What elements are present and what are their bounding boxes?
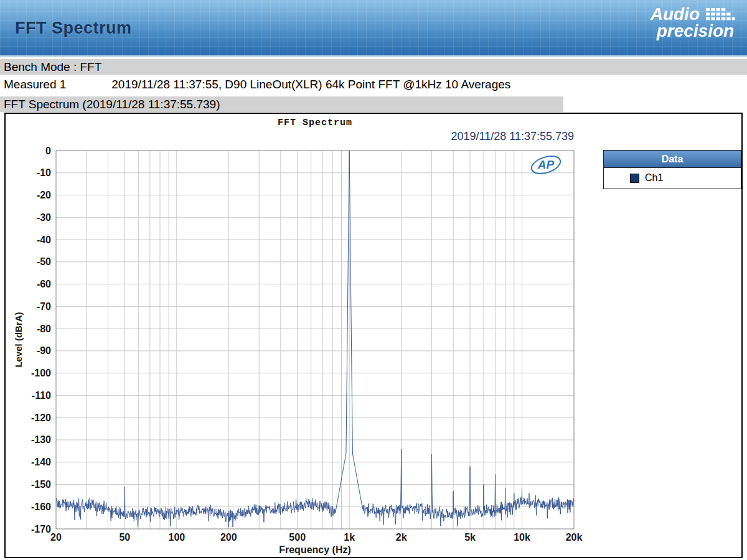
svg-text:-140: -140 [31,457,51,467]
svg-text:-30: -30 [37,212,51,223]
svg-text:10k: 10k [514,532,530,543]
legend: Data Ch1 [603,150,741,189]
measured-line: Measured 1 2019/11/28 11:37:55, D90 Line… [0,76,747,93]
legend-row-ch1[interactable]: Ch1 [604,168,741,188]
measured-value: 2019/11/28 11:37:55, D90 LineOut(XLR) 64… [111,78,510,91]
svg-text:-110: -110 [32,390,51,401]
svg-text:-70: -70 [37,301,51,312]
svg-text:-130: -130 [31,434,51,445]
svg-text:-160: -160 [31,502,51,512]
svg-text:100: 100 [168,532,185,543]
chart-panel: 0-10-20-30-40-50-60-70-80-90-100-110-120… [4,113,743,558]
svg-text:-50: -50 [37,256,51,267]
svg-text:-20: -20 [37,190,51,200]
logo-bars-icon [703,7,737,22]
plot-timestamp: 2019/11/28 11:37:55.739 [56,130,574,143]
svg-text:2k: 2k [396,532,407,543]
x-tick-labels: 20501002005001k2k5k10k20k [50,532,582,543]
bench-mode-text: Bench Mode : FFT [4,60,101,73]
svg-text:-170: -170 [31,524,51,534]
svg-text:0: 0 [45,146,51,156]
logo-audio-text: Audio [651,6,700,22]
svg-text:-80: -80 [37,324,51,334]
legend-header: Data [604,151,741,168]
report-header: FFT Spectrum Audio precision [0,0,747,57]
svg-text:20k: 20k [566,532,583,543]
svg-text:200: 200 [220,532,237,543]
svg-text:-40: -40 [37,235,51,245]
report-title: FFT Spectrum [15,19,132,38]
section-title-bar: FFT Spectrum (2019/11/28 11:37:55.739) [0,96,563,112]
report-page: FFT Spectrum Audio precision Bench Mode … [0,0,747,560]
svg-text:5k: 5k [464,532,476,543]
svg-text:-120: -120 [31,413,51,423]
measured-label: Measured 1 [4,76,108,93]
svg-text:-90: -90 [37,345,51,356]
section-title-text: FFT Spectrum (2019/11/28 11:37:55.739) [4,98,220,111]
plot-title: FFT Spectrum [56,118,574,128]
svg-text:500: 500 [289,532,306,543]
x-axis-label: Frequency (Hz) [56,544,574,556]
svg-text:-100: -100 [31,368,51,378]
legend-swatch [630,174,639,183]
legend-label: Ch1 [645,172,663,184]
logo-top-row: Audio [651,6,737,22]
audio-precision-logo: Audio precision [651,6,737,39]
y-tick-labels: 0-10-20-30-40-50-60-70-80-90-100-110-120… [31,146,51,534]
svg-text:20: 20 [50,532,62,543]
svg-text:-150: -150 [31,479,51,490]
y-axis-label: Level (dBrA) [13,312,24,367]
svg-text:AP: AP [537,158,555,171]
plot-background [56,151,574,529]
logo-precision-text: precision [657,23,737,39]
bench-mode-bar: Bench Mode : FFT [0,59,747,75]
svg-text:50: 50 [119,532,130,543]
svg-text:-60: -60 [37,279,51,289]
svg-text:-10: -10 [37,167,51,178]
svg-text:1k: 1k [344,532,355,543]
